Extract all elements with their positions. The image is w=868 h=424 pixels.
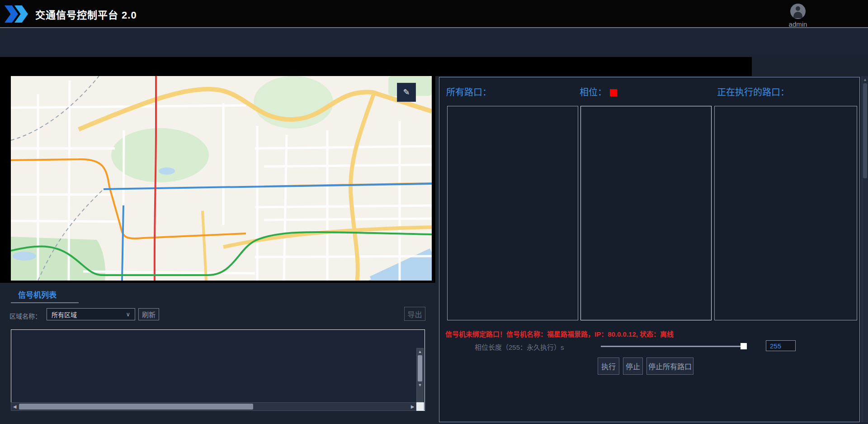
user-avatar-icon (790, 4, 806, 19)
page-scrollbar[interactable]: ▲ (862, 76, 868, 422)
all-junctions-label: 所有路口： (446, 85, 491, 98)
pencil-icon: ✎ (403, 87, 410, 97)
top-nav: 交通信号控制平台 2.0 admin (0, 0, 868, 28)
user-menu[interactable]: admin (784, 4, 811, 28)
title-underline (11, 302, 79, 303)
map-roads (11, 76, 432, 281)
stop-all-button[interactable]: 停止所有路口 (646, 357, 693, 375)
slider-handle[interactable] (741, 343, 747, 349)
scroll-right-icon[interactable]: ▶ (409, 404, 416, 409)
scroll-left-icon[interactable]: ◀ (11, 404, 18, 409)
table-vertical-scrollbar[interactable]: ▲ ▼ (416, 348, 424, 402)
junction-tree-box (447, 106, 578, 320)
phase-length-label: 相位长度（255：永久执行）s (475, 342, 564, 352)
execute-button[interactable]: 执行 (598, 357, 619, 375)
traffic-map[interactable]: ✎ (11, 76, 432, 281)
scrollbar-thumb[interactable] (19, 404, 253, 410)
export-button[interactable]: 导出 (404, 307, 425, 321)
signal-list-title: 信号机列表 (18, 289, 57, 300)
table-horizontal-scrollbar[interactable]: ◀ ▶ (11, 402, 416, 411)
scroll-up-icon[interactable]: ▲ (862, 76, 868, 83)
phase-color-swatch (610, 89, 617, 96)
phase-box (580, 106, 712, 320)
logo-chevron-icon (5, 5, 18, 23)
signal-status-message: 信号机未绑定路口！信号机名称：福星路福景路，IP：80.0.0.12, 状态：离… (445, 329, 674, 338)
user-name: admin (784, 20, 811, 28)
stop-button[interactable]: 停止 (623, 357, 643, 375)
scrollbar-corner (416, 402, 424, 411)
phase-length-slider[interactable] (601, 346, 745, 347)
phase-length-input[interactable]: 255 (766, 340, 796, 351)
top-band (435, 57, 752, 76)
chevron-down-icon: ∨ (126, 311, 130, 318)
scrollbar-thumb[interactable] (863, 83, 867, 178)
phase-label: 相位： (580, 85, 607, 98)
sub-tab-bar (0, 29, 868, 54)
signal-table (11, 329, 425, 411)
scrollbar-thumb[interactable] (418, 355, 422, 381)
app-title: 交通信号控制平台 2.0 (35, 7, 137, 21)
running-junctions-box (714, 106, 857, 320)
region-name-label: 区域名称： (9, 311, 41, 320)
app-logo: 交通信号控制平台 2.0 (5, 5, 137, 23)
region-select-value: 所有区域 (52, 310, 77, 319)
refresh-button[interactable]: 刷新 (138, 308, 159, 320)
running-junctions-label: 正在执行的路口： (717, 85, 789, 98)
scroll-down-icon[interactable]: ▼ (417, 382, 423, 388)
region-select[interactable]: 所有区域 ∨ (47, 308, 135, 320)
scroll-up-icon[interactable]: ▲ (417, 348, 423, 355)
map-edit-button[interactable]: ✎ (397, 83, 416, 102)
